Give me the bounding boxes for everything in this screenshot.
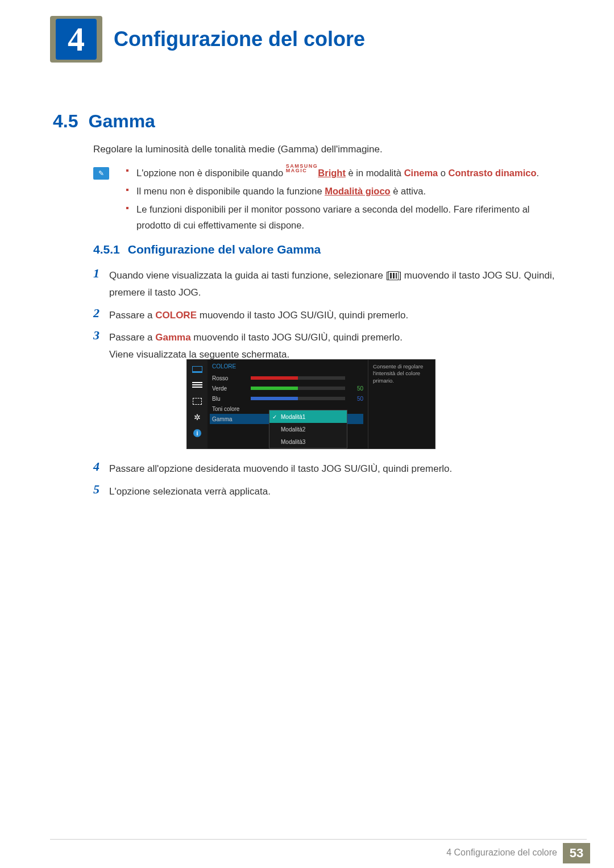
step-2: 2 Passare a COLORE muovendo il tasto JOG… bbox=[93, 307, 559, 324]
cinema-label: Cinema bbox=[404, 168, 438, 178]
step-3: 3 Passare a Gamma muovendo il tasto JOG … bbox=[93, 329, 559, 363]
osd-row-blu: Blu 50 bbox=[212, 393, 363, 404]
osd-title: COLORE bbox=[212, 363, 363, 369]
magicbright-link: Bright bbox=[318, 168, 346, 178]
osd-row-rosso: Rosso bbox=[212, 373, 363, 383]
note-item-3: Le funzioni disponibili per il monitor p… bbox=[126, 201, 559, 233]
step-number: 5 bbox=[93, 483, 109, 496]
dropdown-item-modalita2: Modalità2 bbox=[269, 423, 347, 435]
step-number: 2 bbox=[93, 307, 109, 319]
page-number: 53 bbox=[563, 843, 590, 863]
resize-icon bbox=[191, 396, 204, 406]
osd-sidebar: ✲ i bbox=[187, 360, 208, 448]
chapter-title: Configurazione del colore bbox=[114, 27, 365, 51]
step-number: 4 bbox=[93, 460, 109, 473]
footer-divider bbox=[50, 839, 587, 840]
step-5: 5 L'opzione selezionata verrà applicata. bbox=[93, 483, 559, 500]
dropdown-item-modalita3: Modalità3 bbox=[269, 435, 347, 448]
osd-dropdown: Modalità1 Modalità2 Modalità3 bbox=[269, 410, 347, 448]
osd-main: COLORE Rosso Verde 50 Blu 50 Toni colore… bbox=[208, 360, 368, 448]
slider-rosso bbox=[251, 376, 345, 380]
footer-text: 4 Configurazione del colore bbox=[446, 848, 557, 858]
samsung-magic-prefix: SAMSUNGMAGIC bbox=[286, 164, 318, 173]
colore-label: COLORE bbox=[155, 310, 197, 321]
note-item-2: Il menu non è disponibile quando la funz… bbox=[126, 183, 559, 199]
chapter-number: 4 bbox=[56, 19, 97, 60]
gamma-label: Gamma bbox=[155, 332, 190, 343]
steps-list: 1 Quando viene visualizzata la guida ai … bbox=[93, 267, 559, 369]
slider-verde bbox=[251, 387, 345, 390]
step-4: 4 Passare all'opzione desiderata muovend… bbox=[93, 460, 559, 477]
section-title: Gamma bbox=[88, 111, 155, 131]
note-block: L'opzione non è disponibile quando SAMSU… bbox=[93, 164, 559, 235]
step-1: 1 Quando viene visualizzata la guida ai … bbox=[93, 267, 559, 301]
note-item-1: L'opzione non è disponibile quando SAMSU… bbox=[126, 164, 559, 181]
subsection-number: 4.5.1 bbox=[93, 243, 120, 256]
contrasto-dinamico-label: Contrasto dinamico bbox=[449, 168, 537, 178]
step-number: 3 bbox=[93, 329, 109, 342]
chapter-tab: 4 bbox=[50, 16, 102, 63]
info-icon: i bbox=[191, 428, 204, 438]
gear-icon: ✲ bbox=[191, 412, 204, 422]
osd-row-verde: Verde 50 bbox=[212, 383, 363, 393]
steps-list-2: 4 Passare all'opzione desiderata muovend… bbox=[93, 460, 559, 506]
modalita-gioco-link: Modalità gioco bbox=[325, 186, 391, 196]
dropdown-item-modalita1: Modalità1 bbox=[269, 410, 347, 423]
osd-screenshot: ✲ i COLORE Rosso Verde 50 Blu 50 Toni co… bbox=[186, 359, 435, 449]
section-number: 4.5 bbox=[53, 111, 78, 131]
section-heading: 4.5Gamma bbox=[53, 111, 155, 132]
osd-tooltip: Consente di regolare l'intensità del col… bbox=[368, 360, 435, 448]
step-number: 1 bbox=[93, 267, 109, 280]
monitor-icon bbox=[191, 364, 204, 375]
slider-blu bbox=[251, 397, 345, 400]
intro-text: Regolare la luminosità delle tonalità me… bbox=[93, 144, 559, 155]
list-icon bbox=[191, 380, 204, 391]
menu-icon bbox=[388, 271, 399, 280]
subsection-heading: 4.5.1Configurazione del valore Gamma bbox=[93, 243, 321, 256]
subsection-title: Configurazione del valore Gamma bbox=[128, 243, 321, 256]
